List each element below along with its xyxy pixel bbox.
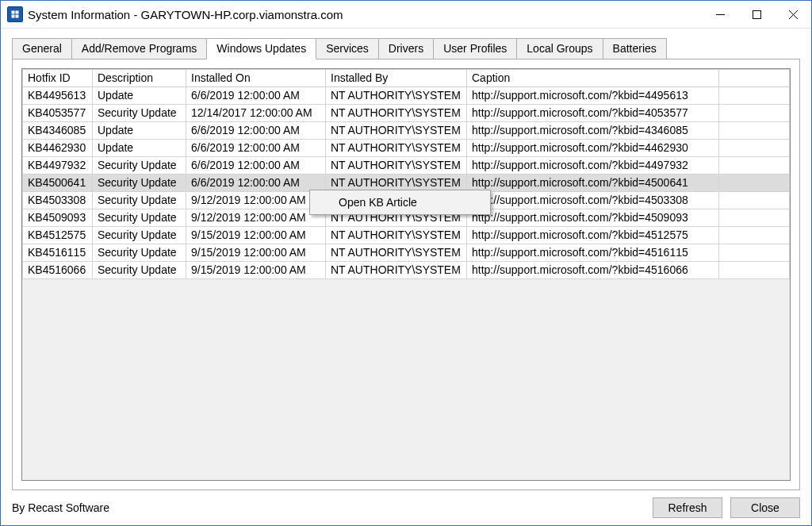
close-dialog-button[interactable]: Close — [730, 497, 800, 518]
svg-rect-6 — [753, 10, 760, 18]
cell-extra — [719, 122, 790, 140]
cell-description: Security Update — [93, 157, 186, 175]
titlebar: System Information - GARYTOWN-HP.corp.vi… — [1, 1, 811, 29]
table-row[interactable]: KB4346085Update6/6/2019 12:00:00 AMNT AU… — [23, 122, 790, 140]
table-row[interactable]: KB4497932Security Update6/6/2019 12:00:0… — [23, 157, 790, 175]
maximize-button[interactable] — [738, 1, 775, 28]
cell-description: Update — [93, 140, 186, 157]
cell-installed_by: NT AUTHORITY\SYSTEM — [326, 87, 467, 105]
cell-extra — [719, 209, 790, 227]
table-row[interactable]: KB4516066Security Update9/15/2019 12:00:… — [23, 262, 790, 279]
tab-local-groups[interactable]: Local Groups — [516, 38, 603, 59]
tab-add-remove-programs[interactable]: Add/Remove Programs — [71, 38, 208, 59]
tab-general[interactable]: General — [12, 38, 72, 59]
cell-extra — [719, 140, 790, 157]
cell-description: Update — [93, 87, 186, 105]
cell-caption: http://support.microsoft.com/?kbid=44956… — [467, 87, 719, 105]
svg-rect-4 — [16, 15, 19, 18]
cell-installed_by: NT AUTHORITY\SYSTEM — [326, 140, 467, 157]
tab-windows-updates[interactable]: Windows Updates — [206, 38, 316, 60]
table-row[interactable]: KB4516115Security Update9/15/2019 12:00:… — [23, 244, 790, 262]
cell-hotfix: KB4497932 — [23, 157, 93, 175]
tabpage-windows-updates: Hotfix ID Description Installed On Insta… — [12, 59, 800, 490]
client-area: GeneralAdd/Remove ProgramsWindows Update… — [1, 29, 811, 490]
cell-hotfix: KB4509093 — [23, 209, 93, 227]
cell-installed_on: 9/15/2019 12:00:00 AM — [186, 227, 326, 244]
updates-table: Hotfix ID Description Installed On Insta… — [22, 69, 790, 279]
cell-caption: http://support.microsoft.com/?kbid=43460… — [467, 122, 719, 140]
cell-installed_on: 6/6/2019 12:00:00 AM — [186, 122, 326, 140]
table-row[interactable]: KB4512575Security Update9/15/2019 12:00:… — [23, 227, 790, 244]
cell-description: Security Update — [93, 262, 186, 279]
table-header-row: Hotfix ID Description Installed On Insta… — [23, 70, 790, 87]
minimize-button[interactable] — [702, 1, 738, 28]
cell-hotfix: KB4503308 — [23, 192, 93, 209]
cell-installed_on: 12/14/2017 12:00:00 AM — [186, 105, 326, 122]
window-title: System Information - GARYTOWN-HP.corp.vi… — [28, 8, 702, 21]
cell-installed_on: 9/15/2019 12:00:00 AM — [186, 244, 326, 262]
cell-hotfix: KB4462930 — [23, 140, 93, 157]
cell-hotfix: KB4495613 — [23, 87, 93, 105]
cell-installed_on: 9/15/2019 12:00:00 AM — [186, 262, 326, 279]
tab-user-profiles[interactable]: User Profiles — [433, 38, 517, 59]
cell-hotfix: KB4053577 — [23, 105, 93, 122]
svg-rect-2 — [16, 11, 19, 14]
cell-extra — [719, 87, 790, 105]
close-button[interactable] — [775, 1, 811, 28]
cell-description: Security Update — [93, 227, 186, 244]
cell-caption: http://support.microsoft.com/?kbid=40535… — [467, 105, 719, 122]
cell-installed_by: NT AUTHORITY\SYSTEM — [326, 157, 467, 175]
cell-caption: http://support.microsoft.com/?kbid=45006… — [467, 175, 719, 192]
cell-installed_by: NT AUTHORITY\SYSTEM — [326, 122, 467, 140]
brand-label: By Recast Software — [12, 501, 645, 514]
table-row[interactable]: KB4462930Update6/6/2019 12:00:00 AMNT AU… — [23, 140, 790, 157]
cell-installed_on: 6/6/2019 12:00:00 AM — [186, 157, 326, 175]
cell-description: Security Update — [93, 209, 186, 227]
refresh-button[interactable]: Refresh — [653, 497, 722, 518]
menu-item-open-kb-article[interactable]: Open KB Article — [312, 192, 488, 213]
cell-extra — [719, 175, 790, 192]
col-hotfix-id[interactable]: Hotfix ID — [23, 70, 93, 87]
cell-caption: http://support.microsoft.com/?kbid=45161… — [467, 244, 719, 262]
cell-installed_on: 9/12/2019 12:00:00 AM — [186, 192, 326, 209]
cell-hotfix: KB4516066 — [23, 262, 93, 279]
tab-services[interactable]: Services — [316, 38, 379, 59]
table-row[interactable]: KB4053577Security Update12/14/2017 12:00… — [23, 105, 790, 122]
col-description[interactable]: Description — [93, 70, 186, 87]
cell-caption: http://support.microsoft.com/?kbid=45033… — [467, 192, 719, 209]
tab-batteries[interactable]: Batteries — [603, 38, 667, 59]
table-row[interactable]: KB4495613Update6/6/2019 12:00:00 AMNT AU… — [23, 87, 790, 105]
footer: By Recast Software Refresh Close — [1, 490, 811, 525]
svg-rect-1 — [12, 11, 15, 14]
window-controls — [702, 1, 811, 28]
app-icon — [7, 6, 23, 22]
cell-installed_by: NT AUTHORITY\SYSTEM — [326, 227, 467, 244]
cell-description: Update — [93, 122, 186, 140]
cell-description: Security Update — [93, 244, 186, 262]
cell-installed_on: 6/6/2019 12:00:00 AM — [186, 175, 326, 192]
context-menu: Open KB Article — [309, 190, 491, 215]
updates-grid[interactable]: Hotfix ID Description Installed On Insta… — [21, 68, 791, 481]
cell-hotfix: KB4500641 — [23, 175, 93, 192]
cell-installed_on: 6/6/2019 12:00:00 AM — [186, 140, 326, 157]
cell-description: Security Update — [93, 105, 186, 122]
cell-caption: http://support.microsoft.com/?kbid=45125… — [467, 227, 719, 244]
tab-drivers[interactable]: Drivers — [378, 38, 434, 59]
cell-description: Security Update — [93, 192, 186, 209]
cell-extra — [719, 105, 790, 122]
cell-installed_by: NT AUTHORITY\SYSTEM — [326, 105, 467, 122]
cell-caption: http://support.microsoft.com/?kbid=45090… — [467, 209, 719, 227]
cell-caption: http://support.microsoft.com/?kbid=44629… — [467, 140, 719, 157]
app-window: System Information - GARYTOWN-HP.corp.vi… — [0, 0, 812, 526]
cell-extra — [719, 227, 790, 244]
cell-installed_by: NT AUTHORITY\SYSTEM — [326, 244, 467, 262]
cell-installed_by: NT AUTHORITY\SYSTEM — [326, 262, 467, 279]
col-extra[interactable] — [719, 70, 790, 87]
cell-caption: http://support.microsoft.com/?kbid=45160… — [467, 262, 719, 279]
col-installed-on[interactable]: Installed On — [186, 70, 326, 87]
svg-rect-3 — [12, 15, 15, 18]
cell-installed_on: 9/12/2019 12:00:00 AM — [186, 209, 326, 227]
cell-extra — [719, 244, 790, 262]
col-installed-by[interactable]: Installed By — [326, 70, 467, 87]
col-caption[interactable]: Caption — [467, 70, 719, 87]
